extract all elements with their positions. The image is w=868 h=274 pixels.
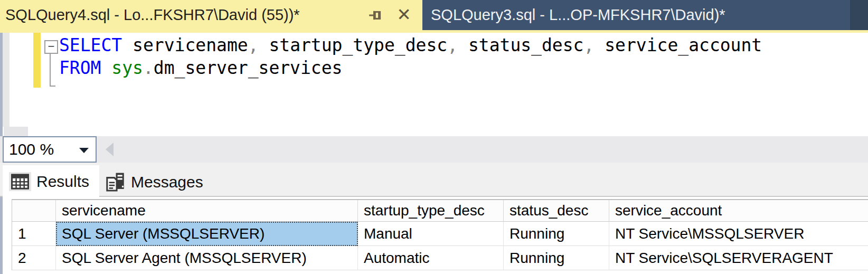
cell-status[interactable]: Running xyxy=(504,222,609,246)
cell-startup-type[interactable]: Manual xyxy=(358,222,504,246)
results-grid: servicename startup_type_desc status_des… xyxy=(12,199,868,270)
cell-status[interactable]: Running xyxy=(504,246,609,270)
results-grid-icon xyxy=(9,172,31,191)
cell-startup-type[interactable]: Automatic xyxy=(358,246,504,270)
row-number-cell[interactable]: 1 xyxy=(12,222,56,246)
table-row: 1 SQL Server (MSSQLSERVER) Manual Runnin… xyxy=(12,222,868,246)
grid-corner-cell[interactable] xyxy=(12,200,56,222)
code-line-2: FROM sys.dm_server_services xyxy=(59,56,762,79)
changed-lines-bar xyxy=(33,33,41,88)
cell-service-account[interactable]: NT Service\SQLSERVERAGENT xyxy=(609,246,868,270)
zoom-value: 100 % xyxy=(9,140,54,158)
collapse-region-toggle[interactable]: − xyxy=(44,40,58,54)
tab-messages[interactable]: Messages xyxy=(99,167,207,197)
editor-gutter xyxy=(3,33,10,127)
outline-guide-tick xyxy=(50,86,55,87)
chevron-down-icon xyxy=(79,148,89,153)
tab-sqlquery3[interactable]: SQLQuery3.sql - L...OP-MFKSHR7\David)* xyxy=(422,0,850,30)
table-row: 2 SQL Server Agent (MSSQLSERVER) Automat… xyxy=(12,246,868,270)
column-header-service-account[interactable]: service_account xyxy=(609,200,868,222)
cell-servicename[interactable]: SQL Server Agent (MSSQLSERVER) xyxy=(56,246,358,270)
messages-tab-label: Messages xyxy=(131,173,203,191)
close-icon[interactable]: ✕ xyxy=(395,4,413,25)
column-header-startup-type-desc[interactable]: startup_type_desc xyxy=(358,200,504,222)
messages-icon xyxy=(105,172,126,192)
tab-results[interactable]: Results xyxy=(3,165,99,198)
column-header-servicename[interactable]: servicename xyxy=(56,200,358,222)
column-header-status-desc[interactable]: status_desc xyxy=(504,200,609,222)
tab-sqlquery4[interactable]: SQLQuery4.sql - Lo...FKSHR7\David (55))* xyxy=(0,0,422,30)
grid-header-row: servicename startup_type_desc status_des… xyxy=(12,200,868,222)
row-number-cell[interactable]: 2 xyxy=(12,246,56,270)
cell-service-account[interactable]: NT Service\MSSQLSERVER xyxy=(609,222,868,246)
code-line-1: SELECT servicename, startup_type_desc, s… xyxy=(59,34,762,56)
tab-title: SQLQuery4.sql - Lo...FKSHR7\David (55))* xyxy=(0,6,300,24)
tab-title: SQLQuery3.sql - L...OP-MFKSHR7\David)* xyxy=(422,6,725,24)
sql-code: SELECT servicename, startup_type_desc, s… xyxy=(59,34,762,79)
horizontal-scrollbar[interactable] xyxy=(0,136,868,163)
pin-icon[interactable] xyxy=(369,8,383,23)
editor-gutter-bottom xyxy=(4,127,28,136)
scroll-left-arrow-icon[interactable] xyxy=(106,143,114,156)
document-tab-bar: SQLQuery4.sql - Lo...FKSHR7\David (55))*… xyxy=(0,0,868,30)
zoom-dropdown[interactable]: 100 % xyxy=(3,136,97,163)
outline-guide-line xyxy=(50,54,51,87)
ssms-window: SQLQuery4.sql - Lo...FKSHR7\David (55))*… xyxy=(0,0,868,274)
cell-servicename-selected[interactable]: SQL Server (MSSQLSERVER) xyxy=(56,222,358,246)
results-tab-label: Results xyxy=(36,173,89,191)
